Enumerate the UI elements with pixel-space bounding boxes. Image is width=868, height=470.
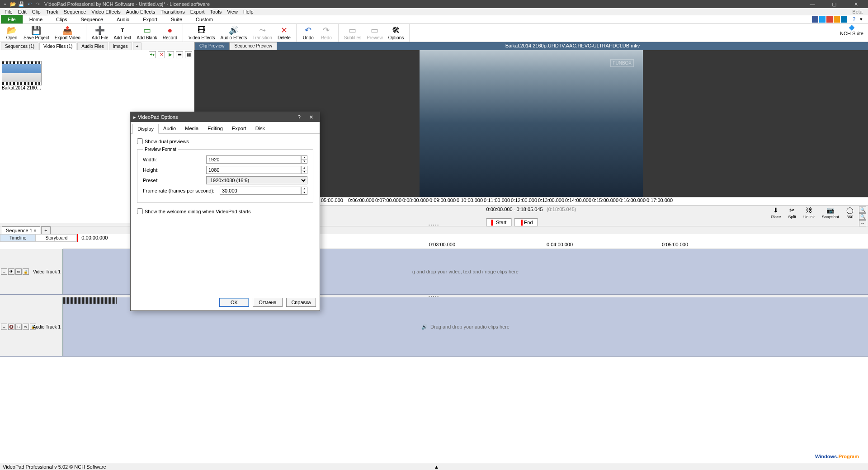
menu-help[interactable]: Help — [241, 9, 256, 14]
menu-view[interactable]: View — [224, 9, 241, 14]
track-mute-icon[interactable]: 🔇 — [8, 324, 14, 330]
minimize-button[interactable]: — — [806, 1, 819, 7]
menu-file[interactable]: File — [2, 9, 15, 14]
track-lock-icon[interactable]: 🔒 — [23, 268, 29, 275]
place-button[interactable]: ⬇Place — [767, 207, 785, 219]
help-button[interactable]: Справка — [286, 298, 316, 307]
qat-save-icon[interactable]: 💾 — [18, 1, 24, 7]
dialog-close-icon[interactable]: ✕ — [306, 114, 317, 120]
nch-suite-button[interactable]: 🔷NCH Suite — [840, 25, 863, 36]
width-input[interactable] — [206, 155, 301, 164]
preset-select[interactable]: 1920x1080 (16:9) — [206, 176, 307, 184]
redo-button[interactable]: ↷Redo — [317, 24, 335, 42]
subtitles-button[interactable]: ▭Subtitles — [341, 24, 364, 42]
menu-transitions[interactable]: Transitions — [158, 9, 187, 14]
storyboard-mode-button[interactable]: Storyboard — [36, 234, 77, 242]
ribbon-tab-file[interactable]: File — [1, 15, 23, 24]
track-fx-icon[interactable]: fx — [15, 268, 22, 275]
status-resize-icon[interactable]: ▲ — [434, 464, 439, 470]
preview-tab-sequence[interactable]: Sequence Preview — [230, 42, 277, 50]
ribbon-tab-export[interactable]: Export — [136, 15, 164, 24]
bin-play-icon[interactable]: ▶ — [167, 51, 174, 58]
ribbon-tab-audio[interactable]: Audio — [110, 15, 136, 24]
dlg-tab-disk[interactable]: Disk — [251, 124, 269, 133]
bin-delete-icon[interactable]: ✕ — [158, 51, 165, 58]
cancel-button[interactable]: Отмена — [253, 298, 283, 307]
menu-export[interactable]: Export — [188, 9, 208, 14]
options-button[interactable]: 🛠Options — [386, 24, 406, 42]
zoom-out-icon[interactable]: 🔍 — [859, 213, 866, 220]
delete-button[interactable]: ✕Delete — [275, 24, 293, 42]
add-blank-button[interactable]: ▭Add Blank — [134, 24, 160, 42]
track-collapse-icon[interactable]: – — [1, 268, 7, 275]
snapshot-button[interactable]: 📷Snapshot — [818, 207, 843, 219]
dlg-tab-audio[interactable]: Audio — [159, 124, 180, 133]
menu-clip[interactable]: Clip — [29, 9, 43, 14]
menu-video-effects[interactable]: Video Effects — [89, 9, 123, 14]
bin-tab-add[interactable]: + — [133, 42, 142, 50]
dlg-tab-editing[interactable]: Editing — [203, 124, 227, 133]
bin-tab-video-files[interactable]: Video Files (1) — [39, 42, 76, 50]
mark-start-button[interactable]: ▌ Start — [486, 218, 512, 226]
undo-button[interactable]: ↶Undo — [299, 24, 317, 42]
social-rss-icon[interactable] — [834, 16, 840, 23]
playhead[interactable] — [63, 249, 63, 294]
dlg-tab-display[interactable]: Display — [132, 124, 159, 134]
mark-end-button[interactable]: ▐ End — [514, 218, 538, 226]
video-effects-button[interactable]: 🎞Video Effects — [186, 24, 218, 42]
dialog-help-icon[interactable]: ? — [294, 114, 304, 120]
media-clip[interactable]: Baikal.2014.2160p.U... — [2, 61, 42, 90]
add-file-button[interactable]: ➕Add File — [89, 24, 111, 42]
spin-up-icon[interactable]: ▲ — [302, 187, 307, 191]
bin-tab-audio-files[interactable]: Audio Files — [77, 42, 108, 50]
show-dual-previews-checkbox[interactable]: Show dual previews — [137, 138, 313, 144]
timeline-mode-button[interactable]: Timeline — [0, 234, 36, 242]
open-button[interactable]: 📂Open — [3, 24, 21, 42]
spin-up-icon[interactable]: ▲ — [302, 156, 307, 160]
menu-audio-effects[interactable]: Audio Effects — [123, 9, 158, 14]
ribbon-tab-sequence[interactable]: Sequence — [74, 15, 110, 24]
preview-tab-clip[interactable]: Clip Preview — [194, 42, 230, 50]
save-project-button[interactable]: 💾Save Project — [21, 24, 52, 42]
transition-button[interactable]: ⤳Transition — [250, 24, 275, 42]
bin-tab-sequences[interactable]: Sequences (1) — [1, 42, 38, 50]
audio-effects-button[interactable]: 🔊Audio Effects — [218, 24, 250, 42]
menu-tools[interactable]: Tools — [208, 9, 225, 14]
dlg-tab-media[interactable]: Media — [180, 124, 203, 133]
show-welcome-checkbox[interactable]: Show the welcome dialog when VideoPad st… — [137, 208, 313, 214]
export-video-button[interactable]: 📤Export Video — [52, 24, 83, 42]
ribbon-tab-clips[interactable]: Clips — [49, 15, 74, 24]
track-fx-icon[interactable]: fx — [23, 324, 29, 330]
help-dropdown-icon[interactable]: ▾ — [860, 16, 866, 23]
unlink-button[interactable]: ⛓Unlink — [800, 207, 818, 219]
bin-tab-images[interactable]: Images — [109, 42, 132, 50]
ok-button[interactable]: OK — [219, 298, 249, 307]
maximize-button[interactable]: ▢ — [827, 1, 841, 7]
360-button[interactable]: ◯360 — [843, 207, 857, 219]
qat-open-icon[interactable]: 📂 — [10, 1, 16, 7]
qat-undo-icon[interactable]: ↶ — [26, 1, 33, 7]
fps-input[interactable] — [220, 187, 301, 195]
qat-new-icon[interactable]: ▫ — [2, 1, 8, 7]
spin-down-icon[interactable]: ▼ — [302, 170, 307, 174]
ribbon-tab-home[interactable]: Home — [23, 15, 49, 24]
help-icon[interactable]: ? — [853, 16, 859, 23]
record-button[interactable]: ●Record — [160, 24, 180, 42]
playhead[interactable] — [63, 297, 63, 356]
height-input[interactable] — [206, 166, 301, 174]
ribbon-tab-suite[interactable]: Suite — [164, 15, 189, 24]
social-gplus-icon[interactable] — [826, 16, 833, 23]
menu-sequence[interactable]: Sequence — [61, 9, 89, 14]
zoom-in-icon[interactable]: 🔍 — [859, 207, 866, 213]
qat-redo-icon[interactable]: ↷ — [34, 1, 41, 7]
add-text-button[interactable]: TAdd Text — [111, 24, 134, 42]
sequence-tab[interactable]: Sequence 1 × — [2, 226, 40, 235]
spin-up-icon[interactable]: ▲ — [302, 166, 307, 170]
add-sequence-button[interactable]: + — [41, 226, 50, 235]
spin-down-icon[interactable]: ▼ — [302, 160, 307, 164]
spin-down-icon[interactable]: ▼ — [302, 191, 307, 195]
preview-button[interactable]: ▭Preview — [364, 24, 386, 42]
bin-list-icon[interactable]: ☰ — [176, 51, 183, 58]
track-solo-icon[interactable]: S — [15, 324, 22, 330]
ribbon-tab-custom[interactable]: Custom — [189, 15, 220, 24]
